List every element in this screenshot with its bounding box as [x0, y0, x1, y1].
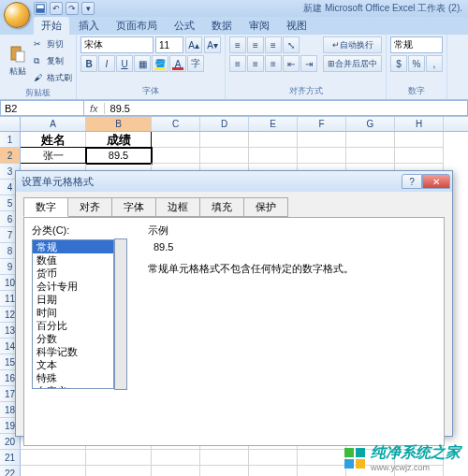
col-header-f[interactable]: F [298, 117, 346, 131]
font-size-combo[interactable]: 11 [155, 36, 183, 53]
name-box[interactable]: B2 [0, 100, 84, 116]
save-icon[interactable] [34, 2, 47, 15]
category-listbox[interactable]: 常规数值货币会计专用日期时间百分比分数科学记数文本特殊自定义 [32, 239, 114, 389]
cell[interactable] [346, 132, 395, 148]
cell[interactable] [346, 148, 395, 164]
cell[interactable] [395, 148, 444, 164]
cell[interactable] [298, 466, 346, 476]
number-format-combo[interactable]: 常规 [390, 36, 443, 53]
tab-view[interactable]: 视图 [279, 17, 314, 35]
cell[interactable] [249, 148, 298, 164]
cell[interactable] [249, 466, 298, 476]
bold-button[interactable]: B [80, 55, 97, 72]
tab-home[interactable]: 开始 [34, 17, 69, 35]
fill-color-button[interactable]: 🪣 [152, 55, 168, 72]
cell[interactable] [200, 148, 249, 164]
cell[interactable] [298, 148, 346, 164]
cell[interactable] [152, 148, 200, 164]
orientation-icon[interactable]: ⤡ [283, 36, 300, 53]
font-color-button[interactable]: A [169, 55, 186, 72]
decrease-font-icon[interactable]: A▾ [204, 36, 221, 53]
select-all-corner[interactable] [0, 117, 21, 131]
category-item[interactable]: 货币 [33, 267, 113, 280]
cell[interactable]: 89.5 [86, 148, 152, 164]
align-center-icon[interactable]: ≡ [247, 55, 264, 72]
cell[interactable] [249, 132, 298, 148]
percent-format-icon[interactable]: % [408, 55, 425, 72]
category-item[interactable]: 会计专用 [33, 280, 113, 293]
dlg-tab-protect[interactable]: 保护 [243, 197, 288, 217]
cell[interactable]: 姓名 [21, 132, 86, 148]
cell[interactable] [200, 132, 249, 148]
category-item[interactable]: 特殊 [33, 371, 113, 384]
redo-icon[interactable]: ↷ [66, 2, 79, 15]
indent-dec-icon[interactable]: ⇤ [283, 55, 300, 72]
align-top-icon[interactable]: ≡ [229, 36, 246, 53]
increase-font-icon[interactable]: A▴ [185, 36, 202, 53]
indent-inc-icon[interactable]: ⇥ [300, 55, 317, 72]
dlg-tab-font[interactable]: 字体 [111, 197, 156, 217]
cell[interactable] [298, 132, 346, 148]
align-bottom-icon[interactable]: ≡ [265, 36, 282, 53]
category-item[interactable]: 自定义 [33, 384, 113, 389]
category-item[interactable]: 分数 [33, 332, 113, 345]
office-button[interactable] [4, 2, 30, 28]
col-header-e[interactable]: E [249, 117, 298, 131]
listbox-scrollbar[interactable] [114, 238, 127, 390]
dialog-help-button[interactable]: ? [402, 174, 422, 189]
qat-dropdown-icon[interactable]: ▾ [81, 2, 95, 15]
copy-button[interactable]: ⧉复制 [34, 53, 72, 69]
font-name-combo[interactable]: 宋体 [80, 36, 154, 53]
category-item[interactable]: 百分比 [33, 319, 113, 332]
accounting-format-icon[interactable]: $ [390, 55, 407, 72]
col-header-d[interactable]: D [200, 117, 249, 131]
tab-review[interactable]: 审阅 [241, 17, 277, 35]
wrap-text-button[interactable]: ↵自动换行 [323, 36, 382, 53]
col-header-b[interactable]: B [86, 117, 152, 131]
italic-button[interactable]: I [98, 55, 115, 72]
col-header-a[interactable]: A [21, 117, 86, 131]
align-left-icon[interactable]: ≡ [229, 55, 246, 72]
undo-icon[interactable]: ↶ [50, 2, 63, 15]
underline-button[interactable]: U [116, 55, 133, 72]
tab-page-layout[interactable]: 页面布局 [109, 17, 165, 35]
row-header[interactable]: 1 [0, 132, 21, 148]
cell[interactable]: 成绩 [86, 132, 152, 148]
tab-formulas[interactable]: 公式 [167, 17, 202, 35]
tab-insert[interactable]: 插入 [71, 17, 107, 35]
tab-data[interactable]: 数据 [204, 17, 240, 35]
category-item[interactable]: 时间 [33, 306, 113, 319]
cell[interactable] [152, 466, 200, 476]
cell[interactable] [152, 132, 200, 148]
row-header[interactable]: 21 [0, 450, 21, 466]
merge-center-button[interactable]: ⊞合并后居中 [323, 55, 382, 72]
fx-icon[interactable]: fx [84, 103, 105, 114]
cell[interactable] [86, 466, 152, 476]
cell[interactable] [200, 450, 249, 466]
paste-button[interactable]: 粘贴 [4, 36, 32, 86]
category-item[interactable]: 日期 [33, 293, 113, 306]
cell[interactable]: 张一 [21, 148, 86, 164]
border-button[interactable]: ▦ [134, 55, 151, 72]
dialog-close-button[interactable]: ✕ [422, 174, 450, 189]
row-header[interactable]: 22 [0, 466, 21, 476]
category-item[interactable]: 文本 [33, 358, 113, 371]
dlg-tab-number[interactable]: 数字 [23, 197, 68, 217]
cell[interactable] [21, 450, 86, 466]
cell[interactable] [395, 132, 444, 148]
cell[interactable] [200, 466, 249, 476]
col-header-h[interactable]: H [395, 117, 444, 131]
cell[interactable] [249, 450, 298, 466]
cell[interactable] [21, 466, 86, 476]
phonetic-button[interactable]: 字 [187, 55, 204, 72]
comma-format-icon[interactable]: , [426, 55, 443, 72]
cell[interactable] [152, 450, 200, 466]
align-middle-icon[interactable]: ≡ [247, 36, 264, 53]
dlg-tab-fill[interactable]: 填充 [199, 197, 244, 217]
dlg-tab-border[interactable]: 边框 [155, 197, 200, 217]
dlg-tab-align[interactable]: 对齐 [67, 197, 112, 217]
category-item[interactable]: 常规 [33, 240, 113, 253]
cut-button[interactable]: ✂剪切 [34, 36, 72, 52]
formula-input[interactable]: fx 89.5 [84, 100, 468, 116]
cell[interactable] [86, 450, 152, 466]
